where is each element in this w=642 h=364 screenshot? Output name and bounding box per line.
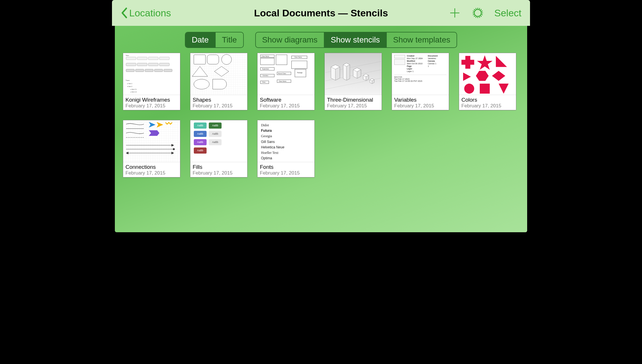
select-button[interactable]: Select: [494, 7, 522, 19]
svg-line-14: [479, 16, 480, 18]
svg-rect-33: [164, 69, 172, 72]
svg-rect-32: [154, 69, 163, 72]
stencil-thumbnail: CreatedDocument Mon Sep 27 2004Variables…: [392, 53, 449, 95]
add-button[interactable]: [448, 7, 461, 19]
svg-point-103: [173, 148, 175, 150]
stencil-card[interactable]: Didot Futura Georgia Gill Sans Helvetica…: [257, 120, 315, 177]
filter-option-show-diagrams[interactable]: Show diagrams: [256, 32, 324, 47]
stencil-thumbnail: [325, 53, 382, 95]
content-area: DateTitle Show diagramsShow stencilsShow…: [115, 26, 527, 232]
back-label: Locations: [129, 7, 171, 19]
sort-option-date[interactable]: Date: [185, 32, 215, 47]
svg-rect-29: [126, 69, 134, 72]
svg-point-45: [194, 79, 209, 89]
svg-text:Subclass: Subclass: [263, 75, 268, 76]
svg-text:▾ Item 2: ▾ Item 2: [127, 86, 132, 87]
svg-rect-21: [126, 57, 136, 60]
app-frame: Locations Local Documents — Stencils: [112, 0, 530, 235]
stencil-card[interactable]: Three-DimensionalFebruary 17, 2015: [324, 53, 382, 110]
stencil-footer: Three-DimensionalFebruary 17, 2015: [325, 95, 382, 110]
sort-segmented-control: DateTitle: [185, 32, 244, 48]
back-button[interactable]: Locations: [121, 7, 171, 19]
svg-text:Tabs: Tabs: [125, 55, 129, 56]
page-title-text: Local Documents — Stencils: [254, 7, 388, 18]
svg-text:AaBb: AaBb: [197, 132, 203, 135]
stencil-title: Software: [260, 97, 312, 103]
svg-rect-92: [480, 84, 490, 94]
svg-line-8: [480, 16, 482, 17]
svg-text:Bound Class: Bound Class: [278, 73, 286, 74]
stencil-footer: VariablesFebruary 17, 2015: [392, 95, 449, 110]
stencil-card[interactable]: Tabs Trees ▸ Item 1 ▾ Item 2 ▸ Item 2.1 …: [123, 53, 180, 110]
stencil-title: Shapes: [193, 97, 245, 103]
svg-line-12: [479, 8, 480, 9]
svg-rect-28: [159, 63, 169, 66]
svg-line-11: [476, 8, 476, 9]
stencil-title: Three-Dimensional: [327, 97, 379, 103]
svg-text:Class Name: Class Name: [279, 81, 287, 82]
stencil-thumbnail: AaBb AaBb AaBb AaBb AaBb AaBb AaBb: [190, 120, 247, 162]
stencil-date: February 17, 2015: [193, 170, 245, 176]
filter-option-show-templates[interactable]: Show templates: [386, 32, 457, 47]
stencil-title: Fills: [193, 164, 245, 170]
svg-text:Superclass: Superclass: [262, 68, 269, 70]
svg-line-9: [474, 16, 475, 17]
svg-text:AaBb: AaBb: [212, 141, 218, 144]
svg-rect-50: [276, 55, 287, 65]
svg-line-18: [481, 14, 483, 15]
svg-line-13: [476, 16, 476, 18]
svg-text:AaBb: AaBb: [197, 149, 203, 152]
stencil-card[interactable]: ConnectionsFebruary 17, 2015: [123, 120, 180, 177]
stencil-footer: FontsFebruary 17, 2015: [258, 162, 314, 177]
svg-line-7: [474, 9, 475, 10]
svg-rect-30: [136, 69, 144, 72]
svg-rect-23: [148, 57, 158, 60]
svg-text:Class: Class: [262, 82, 266, 83]
stencil-card[interactable]: AaBb AaBb AaBb AaBb AaBb AaBb AaBb Fills…: [190, 120, 247, 177]
svg-text:Class Name: Class Name: [262, 56, 269, 57]
stencil-date: February 17, 2015: [125, 103, 178, 109]
svg-line-16: [473, 14, 474, 15]
svg-rect-26: [137, 63, 147, 66]
gear-icon: [471, 7, 484, 19]
stencil-card[interactable]: ColorsFebruary 17, 2015: [459, 53, 516, 110]
svg-text:Package: Package: [297, 72, 303, 73]
stencil-footer: ColorsFebruary 17, 2015: [459, 95, 516, 110]
stencil-title: Fonts: [260, 164, 312, 170]
svg-point-2: [474, 9, 481, 16]
svg-line-15: [473, 11, 474, 11]
stencil-date: February 17, 2015: [260, 170, 312, 176]
svg-rect-94: [124, 120, 179, 162]
svg-rect-25: [126, 63, 136, 66]
stencil-thumbnail: [459, 53, 516, 95]
stencil-title: Variables: [394, 97, 446, 103]
svg-marker-72: [335, 67, 340, 80]
svg-text:AaBb: AaBb: [212, 124, 218, 127]
svg-point-42: [222, 55, 232, 65]
stencil-footer: SoftwareFebruary 17, 2015: [258, 95, 314, 110]
stencil-card[interactable]: Class Name Class Name Superclass Subclas…: [257, 53, 315, 110]
stencil-card[interactable]: CreatedDocument Mon Sep 27 2004Variables…: [392, 53, 449, 110]
svg-rect-24: [159, 57, 169, 60]
stencil-thumbnail: [190, 53, 247, 95]
svg-text:Trees: Trees: [125, 80, 130, 81]
sort-option-title[interactable]: Title: [215, 32, 243, 47]
settings-button[interactable]: [471, 7, 484, 19]
filter-option-show-stencils[interactable]: Show stencils: [324, 32, 386, 47]
filter-bar: DateTitle Show diagramsShow stencilsShow…: [115, 26, 527, 51]
stencil-thumbnail: Class Name Class Name Superclass Subclas…: [258, 53, 314, 95]
plus-icon: [448, 7, 461, 19]
svg-text:▸ Item 2.2: ▸ Item 2.2: [131, 91, 137, 93]
stencil-title: Connections: [125, 164, 178, 170]
stencil-title: Konigi Wireframes: [125, 97, 178, 103]
stencil-card[interactable]: ShapesFebruary 17, 2015: [190, 53, 247, 110]
stencil-footer: Konigi WireframesFebruary 17, 2015: [123, 95, 180, 110]
stencil-thumbnail: Tabs Trees ▸ Item 1 ▾ Item 2 ▸ Item 2.1 …: [123, 53, 180, 95]
svg-line-10: [480, 9, 482, 10]
svg-line-17: [481, 11, 483, 11]
stencil-date: February 17, 2015: [260, 103, 312, 109]
stencil-footer: ShapesFebruary 17, 2015: [190, 95, 247, 110]
stencil-grid: Tabs Trees ▸ Item 1 ▾ Item 2 ▸ Item 2.1 …: [115, 51, 527, 186]
svg-rect-22: [137, 57, 147, 60]
svg-rect-49: [260, 58, 274, 65]
